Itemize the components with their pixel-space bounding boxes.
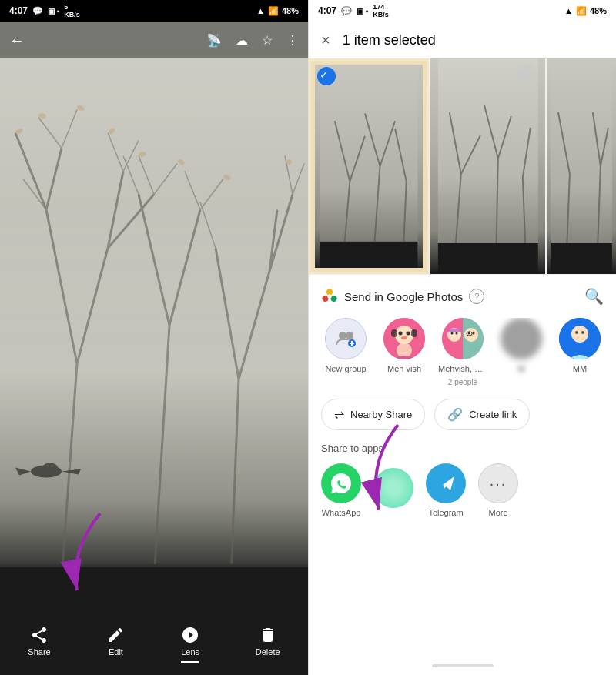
share-header: Send in Google Photos ? 🔍 — [321, 287, 604, 306]
purple-arrow-right — [352, 417, 413, 525]
svg-point-95 — [473, 332, 475, 335]
more-icon-circle: ··· — [478, 463, 518, 503]
right-toolbar: × 1 item selected — [309, 22, 616, 58]
share-section: Send in Google Photos ? 🔍 — [309, 274, 616, 530]
mm-avatar — [559, 318, 601, 359]
share-icon — [30, 626, 49, 644]
close-icon[interactable]: × — [321, 32, 330, 49]
google-photos-icon — [321, 288, 338, 305]
svg-point-101 — [581, 331, 584, 334]
more-app[interactable]: ··· More — [478, 463, 518, 517]
check-mark: ✓ — [320, 69, 329, 81]
svg-rect-64 — [551, 58, 612, 274]
lens-button[interactable]: Lens — [181, 626, 199, 657]
meh-vish-avatar — [383, 318, 425, 359]
svg-point-92 — [456, 332, 458, 335]
nearby-icon: ⇌ — [334, 407, 344, 422]
left-status-right: ▲ 📶 48% — [256, 6, 299, 16]
right-signal-icon: ▲ — [564, 6, 573, 15]
svg-rect-62 — [437, 243, 537, 274]
right-status-right: ▲ 📶 48% — [564, 6, 607, 16]
delete-icon — [259, 626, 277, 644]
wifi-icon: 📶 — [268, 6, 279, 16]
svg-point-99 — [571, 326, 588, 343]
right-status-bar: 4:07 💬 ▣ ▪ 174KB/s ▲ 📶 48% — [309, 0, 616, 22]
signal-icon: ▲ — [256, 6, 265, 15]
svg-point-91 — [451, 332, 454, 335]
svg-point-74 — [327, 294, 332, 299]
contact-blurred[interactable]: M — [497, 318, 546, 386]
photo-thumb-2[interactable] — [430, 58, 546, 274]
svg-point-75 — [339, 332, 346, 339]
svg-point-39 — [42, 463, 58, 473]
svg-rect-85 — [391, 329, 397, 337]
left-battery: 48% — [282, 6, 299, 15]
contact-mehvish-meh[interactable]: Mehvish, Meh 2 people — [438, 318, 487, 386]
meh-vish-label: Meh vish — [387, 364, 421, 373]
create-link-label: Create link — [469, 409, 517, 420]
share-button[interactable]: Share — [28, 626, 50, 657]
photo-thumb-3[interactable] — [547, 58, 616, 274]
handle-bar — [432, 664, 494, 667]
svg-point-81 — [395, 326, 413, 344]
left-toolbar-icons: 📡 ☁ ☆ ⋮ — [206, 33, 299, 48]
edit-icon — [106, 626, 125, 644]
edit-button[interactable]: Edit — [106, 626, 125, 657]
help-icon[interactable]: ? — [469, 289, 484, 304]
blurred-avatar — [500, 318, 542, 359]
right-battery: 48% — [590, 6, 607, 15]
link-icon: 🔗 — [447, 407, 463, 422]
left-toolbar: ← 📡 ☁ ☆ ⋮ — [0, 22, 308, 58]
cloud-icon[interactable]: ☁ — [236, 33, 248, 48]
delete-label: Delete — [256, 647, 280, 657]
left-time: 4:07 — [9, 5, 28, 16]
right-wifi-icon: 📶 — [576, 6, 587, 16]
telegram-app[interactable]: Telegram — [426, 463, 466, 517]
contact-mm[interactable]: MM — [555, 318, 604, 386]
svg-point-100 — [575, 331, 578, 334]
create-link-button[interactable]: 🔗 Create link — [434, 399, 530, 430]
svg-rect-1 — [0, 56, 308, 580]
more-dots-icon: ··· — [490, 475, 507, 493]
lens-icon — [181, 626, 199, 644]
mehvish-meh-label: Mehvish, Meh — [438, 364, 487, 373]
left-panel: 4:07 💬 ▣ ▪ 5KB/s ▲ 📶 48% ← 📡 ☁ ☆ ⋮ — [0, 0, 308, 675]
contact-new-group[interactable]: New group — [321, 318, 370, 386]
svg-rect-86 — [411, 329, 417, 337]
share-title: Send in Google Photos — [344, 290, 463, 303]
more-icon[interactable]: ⋮ — [286, 33, 299, 48]
svg-point-82 — [399, 332, 403, 336]
svg-rect-70 — [551, 243, 612, 274]
mm-label: MM — [573, 364, 587, 373]
delete-button[interactable]: Delete — [256, 626, 280, 657]
right-data-label: 174KB/s — [373, 3, 389, 18]
contact-meh-vish[interactable]: Meh vish — [380, 318, 429, 386]
blurred-label: M — [517, 364, 524, 373]
right-panel: 4:07 💬 ▣ ▪ 174KB/s ▲ 📶 48% × 1 item sele… — [308, 0, 616, 675]
selection-title: 1 item selected — [343, 32, 604, 48]
share-title-group: Send in Google Photos ? — [321, 288, 484, 305]
star-icon[interactable]: ☆ — [262, 33, 273, 48]
bottom-handle — [309, 660, 616, 675]
edit-label: Edit — [109, 647, 123, 657]
new-group-avatar — [325, 318, 367, 359]
svg-point-83 — [407, 332, 410, 336]
svg-point-84 — [401, 336, 407, 339]
new-group-label: New group — [325, 364, 366, 373]
photo-thumb-1[interactable]: ✓ — [309, 58, 429, 274]
photos-strip: ✓ — [309, 58, 616, 274]
left-bottom-bar: Share Edit Lens Delete — [0, 613, 308, 675]
battery-status-icon: ▣ ▪ — [48, 7, 59, 15]
back-icon[interactable]: ← — [9, 32, 25, 49]
telegram-label: Telegram — [428, 508, 463, 517]
purple-arrow-left — [46, 506, 116, 606]
svg-point-76 — [346, 332, 353, 339]
left-status-bar: 4:07 💬 ▣ ▪ 5KB/s ▲ 📶 48% — [0, 0, 308, 22]
left-status-left: 4:07 💬 ▣ ▪ 5KB/s — [9, 3, 80, 18]
search-icon[interactable]: 🔍 — [584, 287, 604, 306]
mehvish-meh-avatar — [442, 318, 484, 359]
whatsapp-icon: 💬 — [32, 6, 43, 16]
lens-label: Lens — [181, 647, 199, 657]
cast-icon[interactable]: 📡 — [206, 33, 222, 48]
svg-rect-53 — [437, 58, 537, 274]
